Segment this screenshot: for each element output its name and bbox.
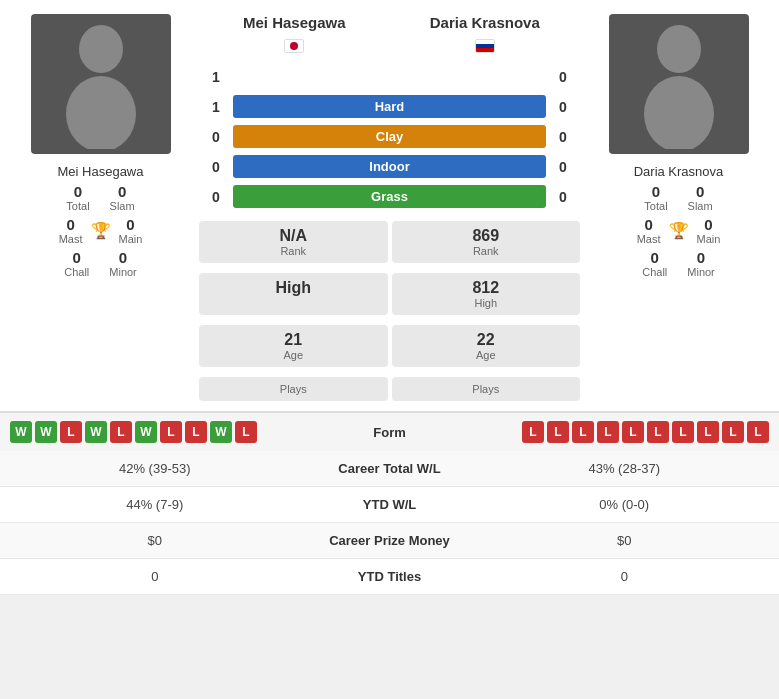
player1-chall-label: Chall	[64, 266, 89, 278]
grass-p1-score: 0	[199, 189, 233, 205]
total-p1-score: 1	[199, 69, 233, 85]
stats-row-2: $0Career Prize Money$0	[0, 523, 779, 559]
indoor-score-row: 0 Indoor 0	[199, 155, 580, 178]
player2-panel: Daria Krasnova 0 Total 0 Slam 0 Mast 🏆	[586, 14, 771, 401]
stats-label-0: Career Total W/L	[290, 461, 490, 476]
form-badge-p1-w: W	[10, 421, 32, 443]
p2-high-label: High	[474, 297, 497, 309]
clay-score-row: 0 Clay 0	[199, 125, 580, 148]
hard-p2-score: 0	[546, 99, 580, 115]
player1-trophy-icon: 🏆	[91, 221, 111, 240]
form-badge-p1-l: L	[185, 421, 207, 443]
high-row: High 812 High	[199, 273, 580, 315]
stats-p2-0: 43% (28-37)	[490, 461, 780, 476]
player1-total-label: Total	[66, 200, 89, 212]
main-container: Mei Hasegawa 0 Total 0 Slam 0 Mast 🏆	[0, 0, 779, 595]
stats-row-0: 42% (39-53)Career Total W/L43% (28-37)	[0, 451, 779, 487]
player2-total-value: 0	[652, 183, 660, 200]
player1-slam-label: Slam	[110, 200, 135, 212]
player1-slam: 0 Slam	[110, 183, 135, 212]
grass-score-row: 0 Grass 0	[199, 185, 580, 208]
p2-rank-value: 869	[472, 227, 499, 245]
form-badge-p1-l: L	[235, 421, 257, 443]
player2-trophy-row: 0 Mast 🏆 0 Main	[637, 216, 721, 245]
stats-p1-2: $0	[0, 533, 290, 548]
hard-p1-score: 1	[199, 99, 233, 115]
form-badge-p2-l: L	[697, 421, 719, 443]
player2-chall-value: 0	[651, 249, 659, 266]
form-badge-p2-l: L	[747, 421, 769, 443]
player2-slam: 0 Slam	[688, 183, 713, 212]
form-badge-p1-l: L	[60, 421, 82, 443]
player2-slam-label: Slam	[688, 200, 713, 212]
indoor-p2-score: 0	[546, 159, 580, 175]
player1-main-label: Main	[119, 233, 143, 245]
p2-high-box: 812 High	[392, 273, 581, 315]
p1-plays-label: Plays	[280, 383, 307, 395]
hard-badge: Hard	[233, 95, 546, 118]
mid-flags-row	[199, 39, 580, 53]
player1-total-value: 0	[74, 183, 82, 200]
player2-main: 0 Main	[697, 216, 721, 245]
p2-age-label: Age	[476, 349, 496, 361]
player1-flag	[284, 39, 304, 53]
player2-mast-value: 0	[644, 216, 652, 233]
player1-minor-label: Minor	[109, 266, 137, 278]
clay-p1-score: 0	[199, 129, 233, 145]
player1-chall: 0 Chall	[64, 249, 89, 278]
total-score-row: 1 Total 0	[199, 65, 580, 88]
player1-avatar	[31, 14, 171, 154]
player1-total: 0 Total	[66, 183, 89, 212]
stats-label-1: YTD W/L	[290, 497, 490, 512]
player1-form: WWLWLWLLWL	[10, 421, 330, 443]
form-badge-p2-l: L	[522, 421, 544, 443]
form-badge-p2-l: L	[547, 421, 569, 443]
form-badge-p1-w: W	[85, 421, 107, 443]
p1-rank-value: N/A	[279, 227, 307, 245]
stats-p2-3: 0	[490, 569, 780, 584]
player2-minor: 0 Minor	[687, 249, 715, 278]
form-badge-p2-l: L	[572, 421, 594, 443]
p2-age-value: 22	[477, 331, 495, 349]
form-badge-p2-l: L	[647, 421, 669, 443]
total-badge: Total	[233, 65, 546, 88]
form-badge-p1-l: L	[110, 421, 132, 443]
form-badge-p1-w: W	[35, 421, 57, 443]
p1-rank-box: N/A Rank	[199, 221, 388, 263]
svg-point-0	[79, 25, 123, 73]
stats-row-3: 0YTD Titles0	[0, 559, 779, 595]
svg-point-3	[644, 76, 714, 149]
player2-chall-label: Chall	[642, 266, 667, 278]
form-badge-p2-l: L	[622, 421, 644, 443]
p2-plays-label: Plays	[472, 383, 499, 395]
flag-ru-red	[476, 48, 494, 52]
p2-rank-label: Rank	[473, 245, 499, 257]
player2-flag	[475, 39, 495, 53]
form-label: Form	[330, 425, 450, 440]
clay-p2-score: 0	[546, 129, 580, 145]
player1-mast-label: Mast	[59, 233, 83, 245]
total-p2-score: 0	[546, 69, 580, 85]
player2-stats-row1: 0 Total 0 Slam	[644, 183, 712, 212]
mid-player2-name: Daria Krasnova	[390, 14, 581, 31]
indoor-badge: Indoor	[233, 155, 546, 178]
player2-form: LLLLLLLLLL	[450, 421, 770, 443]
player1-trophy-row: 0 Mast 🏆 0 Main	[59, 216, 143, 245]
player1-stats-row3: 0 Chall 0 Minor	[64, 249, 137, 278]
age-row: 21 Age 22 Age	[199, 325, 580, 367]
form-badge-p1-w: W	[210, 421, 232, 443]
player1-panel: Mei Hasegawa 0 Total 0 Slam 0 Mast 🏆	[8, 14, 193, 401]
stats-p2-1: 0% (0-0)	[490, 497, 780, 512]
player1-name: Mei Hasegawa	[58, 164, 144, 179]
player2-avatar	[609, 14, 749, 154]
form-badge-p1-w: W	[135, 421, 157, 443]
player2-stats-row3: 0 Chall 0 Minor	[642, 249, 715, 278]
stats-p2-2: $0	[490, 533, 780, 548]
stats-label-3: YTD Titles	[290, 569, 490, 584]
player1-minor-value: 0	[119, 249, 127, 266]
stats-label-2: Career Prize Money	[290, 533, 490, 548]
rank-row: N/A Rank 869 Rank	[199, 221, 580, 263]
stats-row-1: 44% (7-9)YTD W/L0% (0-0)	[0, 487, 779, 523]
player1-mast: 0 Mast	[59, 216, 83, 245]
player1-slam-value: 0	[118, 183, 126, 200]
